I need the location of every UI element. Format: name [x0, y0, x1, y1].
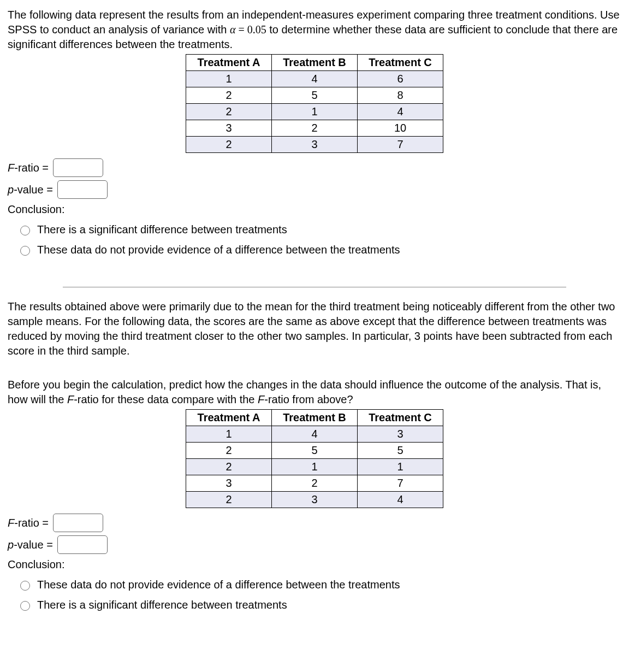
q2-intro1: The results obtained above were primaril…: [8, 299, 621, 358]
table-cell: 2: [186, 137, 272, 153]
q2-f-label: F-ratio =: [8, 516, 49, 530]
q2-th-b: Treatment B: [272, 410, 358, 426]
q2-radio-significant[interactable]: [20, 601, 30, 611]
q2-conclusion-label: Conclusion:: [8, 557, 621, 572]
table-cell: 2: [186, 104, 272, 120]
table-cell: 2: [186, 492, 272, 508]
q1-conclusion-label: Conclusion:: [8, 202, 621, 217]
q1-f-ratio-input[interactable]: [53, 158, 103, 177]
q2-option-1: These data do not provide evidence of a …: [37, 577, 400, 592]
q1-data-table: Treatment A Treatment B Treatment C 146 …: [186, 54, 443, 153]
q2-p-value-input[interactable]: [57, 535, 108, 554]
q1-f-label: F-ratio =: [8, 161, 49, 175]
table-cell: 5: [272, 87, 358, 104]
table-cell: 2: [186, 443, 272, 459]
q1-radio-significant[interactable]: [20, 226, 30, 235]
table-cell: 2: [272, 475, 358, 492]
q2-radio-no-evidence[interactable]: [20, 581, 30, 591]
q1-option-1: There is a significant difference betwee…: [37, 222, 287, 237]
table-cell: 4: [272, 426, 358, 443]
q2-f-ratio-input[interactable]: [53, 514, 103, 532]
q1-th-a: Treatment A: [186, 55, 272, 71]
q2-th-c: Treatment C: [358, 410, 443, 426]
table-cell: 7: [358, 137, 443, 153]
table-cell: 1: [272, 459, 358, 475]
q1-p-value-input[interactable]: [57, 180, 108, 199]
q1-intro: The following data represent the results…: [8, 8, 621, 52]
table-cell: 10: [358, 120, 443, 137]
table-cell: 3: [186, 120, 272, 137]
table-cell: 3: [272, 492, 358, 508]
table-cell: 2: [186, 459, 272, 475]
table-cell: 1: [186, 71, 272, 87]
table-cell: 1: [358, 459, 443, 475]
table-cell: 4: [358, 104, 443, 120]
table-cell: 1: [272, 104, 358, 120]
table-cell: 3: [358, 426, 443, 443]
q1-th-c: Treatment C: [358, 55, 443, 71]
q2-intro2: Before you begin the calculation, predic…: [8, 378, 621, 407]
q1-th-b: Treatment B: [272, 55, 358, 71]
table-cell: 1: [186, 426, 272, 443]
table-cell: 5: [272, 443, 358, 459]
q1-option-2: These data do not provide evidence of a …: [37, 243, 400, 257]
table-cell: 8: [358, 87, 443, 104]
q2-option-2: There is a significant difference betwee…: [37, 598, 287, 612]
table-cell: 3: [272, 137, 358, 153]
table-cell: 6: [358, 71, 443, 87]
table-cell: 5: [358, 443, 443, 459]
table-cell: 2: [272, 120, 358, 137]
table-cell: 4: [272, 71, 358, 87]
section-divider: [63, 287, 566, 287]
q1-p-label: p-value =: [8, 182, 53, 197]
q2-th-a: Treatment A: [186, 410, 272, 426]
table-cell: 2: [186, 87, 272, 104]
table-cell: 4: [358, 492, 443, 508]
q1-radio-no-evidence[interactable]: [20, 246, 30, 256]
q2-data-table: Treatment A Treatment B Treatment C 143 …: [186, 409, 443, 508]
table-cell: 3: [186, 475, 272, 492]
q2-p-label: p-value =: [8, 538, 53, 552]
table-cell: 7: [358, 475, 443, 492]
